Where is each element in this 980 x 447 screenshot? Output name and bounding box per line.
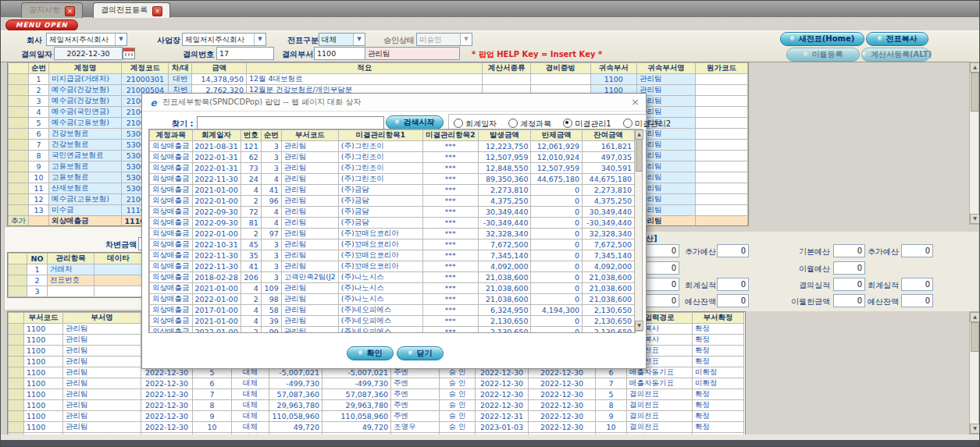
grid-cell[interactable]: 2022-01-00 — [192, 294, 241, 305]
grid-cell[interactable]: (주)꼬매요코리아 — [338, 250, 422, 261]
grid-cell[interactable]: 5 — [29, 118, 49, 129]
popup-grid-scrollbar[interactable]: ▲ ▼ — [634, 129, 643, 332]
grid-cell[interactable]: 1100 — [24, 422, 63, 433]
bottom-grid-scrollbar[interactable]: ▲ ▼ — [969, 311, 979, 435]
grid-cell[interactable]: 0 — [531, 229, 583, 239]
grid-cell[interactable]: 예수금(건강보험) — [49, 96, 122, 107]
grid-cell[interactable]: 2,130,650 — [583, 316, 635, 327]
grid-cell[interactable]: 6 — [193, 378, 232, 389]
grid-cell[interactable]: *** — [422, 316, 478, 327]
grid-cell[interactable]: 2022-01-00 — [192, 327, 241, 334]
grid-cell[interactable]: 4 — [241, 185, 261, 196]
grid-cell[interactable]: 외상매출금 — [150, 196, 193, 207]
copy-slip-button[interactable]: 전표복사 — [866, 32, 928, 46]
grid-cell[interactable] — [94, 286, 143, 297]
grid-cell[interactable]: 2022-01-00 — [192, 229, 241, 239]
main-grid-scrollbar[interactable]: ▲ ▼ — [969, 62, 979, 225]
company-select[interactable]: 제일저지주식회사▼ — [46, 33, 127, 46]
table-row[interactable]: 외상매출금2022-01-00296관리팀(주)금담***4,375,25004… — [150, 196, 635, 207]
row-selector[interactable] — [9, 74, 29, 85]
grid-cell[interactable]: (주)네오피에스 — [338, 316, 422, 327]
grid-cell[interactable]: -30,349,440 — [478, 218, 531, 229]
grid-cell[interactable]: 3 — [261, 250, 281, 261]
grid-cell[interactable]: 2022-12-30 — [529, 389, 596, 400]
grid-cell[interactable]: 7,672,500 — [583, 239, 635, 250]
grid-cell[interactable]: 39 — [261, 316, 281, 327]
table-row[interactable]: 1100관리팀2022-12-309대체110,058,960110,058,9… — [9, 411, 744, 422]
grid-cell[interactable]: 110,058,960 — [323, 411, 391, 422]
grid-cell[interactable]: 2022-12-30 — [476, 389, 529, 400]
grid-cell[interactable]: 3 — [261, 152, 281, 163]
grid-cell[interactable]: 2022-12-30 — [529, 378, 596, 389]
grid-cell[interactable]: 2022-12-31 — [476, 411, 529, 422]
grid-cell[interactable]: 21,038,600 — [478, 294, 531, 305]
grid-cell[interactable]: 관리팀 — [63, 335, 141, 346]
grid-cell[interactable]: 승 인 — [440, 422, 476, 433]
confirm-button[interactable]: 확인 — [347, 346, 394, 360]
table-row[interactable]: 외상매출금2022-11-30353관리팀(주)꼬매요코리아***7,345,1… — [150, 250, 635, 261]
grid-cell[interactable]: 2022-12-30 — [476, 378, 529, 389]
grid-cell[interactable]: 21,038,600 — [478, 272, 531, 283]
grid-cell[interactable]: 확정 — [693, 389, 744, 400]
radio-open-mgmt2[interactable] — [623, 119, 633, 128]
grid-cell[interactable]: *** — [422, 196, 478, 207]
grid-cell[interactable]: 2022-09-30 — [192, 207, 241, 218]
grid-cell[interactable]: 24 — [241, 174, 261, 185]
grid-cell[interactable]: 관리팀 — [281, 207, 338, 218]
grid-cell[interactable]: 산재보험료 — [49, 183, 122, 194]
grid-cell[interactable]: 109 — [261, 283, 281, 294]
grid-cell[interactable]: 대체 — [232, 422, 269, 433]
grid-cell[interactable]: 0 — [531, 207, 583, 218]
table-row[interactable]: 외상매출금2018-02-282063고객만족2팀(J2(주)나노시스***21… — [150, 272, 635, 283]
grid-cell[interactable]: 1 — [29, 74, 49, 85]
grid-cell[interactable]: 관리팀 — [63, 422, 141, 433]
find-input[interactable] — [197, 116, 384, 129]
grid-cell[interactable]: 미지급금(거래처) — [49, 74, 122, 85]
table-row[interactable]: 1100관리팀2022-12-306대체-499,730-499,730주엔승 … — [9, 378, 744, 389]
grid-cell[interactable]: 3 — [261, 261, 281, 272]
grid-cell[interactable]: 2022-01-00 — [192, 196, 241, 207]
radio-label[interactable]: 계정과목 — [520, 119, 551, 128]
grid-cell[interactable]: 4 — [261, 218, 281, 229]
grid-cell[interactable]: 관리팀 — [281, 283, 338, 294]
grid-cell[interactable]: 12,507,959 — [478, 152, 531, 163]
grid-cell[interactable]: 4,092,000 — [478, 261, 531, 272]
grid-cell[interactable] — [695, 74, 747, 85]
grid-cell[interactable]: 21,038,600 — [583, 283, 635, 294]
grid-cell[interactable]: 1100 — [24, 378, 63, 389]
row-selector[interactable] — [9, 378, 24, 389]
grid-cell[interactable]: 1100 — [24, 357, 63, 367]
grid-cell[interactable]: 99 — [261, 327, 281, 334]
grid-cell[interactable]: 관리팀 — [281, 316, 338, 327]
grid-cell[interactable]: *** — [422, 229, 478, 239]
grid-cell[interactable]: 미확정 — [693, 378, 744, 389]
grid-cell[interactable]: 7 — [193, 389, 232, 400]
grid-cell[interactable] — [695, 216, 747, 227]
grid-cell[interactable]: 30,349,440 — [478, 207, 531, 218]
site-select[interactable]: 제일저지주식회사▼ — [182, 33, 266, 46]
grid-cell[interactable]: 조영우 — [391, 422, 440, 433]
grid-cell[interactable]: 1100 — [24, 335, 63, 346]
grid-cell[interactable]: 110,058,960 — [269, 411, 323, 422]
grid-cell[interactable]: 49,720 — [269, 422, 323, 433]
table-row[interactable]: 3 — [9, 286, 143, 297]
grid-cell[interactable]: 2022-12-30 — [141, 378, 193, 389]
chevron-down-icon[interactable]: ▼ — [115, 34, 127, 45]
number-input[interactable]: 17 — [216, 47, 274, 60]
new-slip-button[interactable]: 새전표(Home) — [780, 32, 864, 46]
grid-cell[interactable]: (주)그린조이 — [338, 163, 422, 174]
grid-cell[interactable]: 대체 — [232, 389, 269, 400]
grid-cell[interactable]: 2022-09-30 — [192, 218, 241, 229]
tab-close-icon[interactable]: × — [65, 6, 75, 16]
grid-cell[interactable]: 주엔 — [391, 378, 440, 389]
grid-cell[interactable]: 매출자동기표 — [627, 378, 693, 389]
grid-cell[interactable]: 확정 — [693, 335, 744, 346]
row-selector[interactable] — [9, 151, 29, 161]
table-row[interactable]: 외상매출금2022-09-30724관리팀(주)금담***30,349,4400… — [150, 207, 635, 218]
grid-cell[interactable]: 8 — [596, 400, 627, 411]
grid-cell[interactable]: 결의전표 — [627, 411, 693, 422]
search-button[interactable]: 검색시작 — [386, 115, 444, 129]
grid-cell[interactable]: 2022-12-30 — [529, 400, 596, 411]
grid-cell[interactable]: *** — [422, 239, 478, 250]
grid-cell[interactable] — [695, 85, 747, 96]
